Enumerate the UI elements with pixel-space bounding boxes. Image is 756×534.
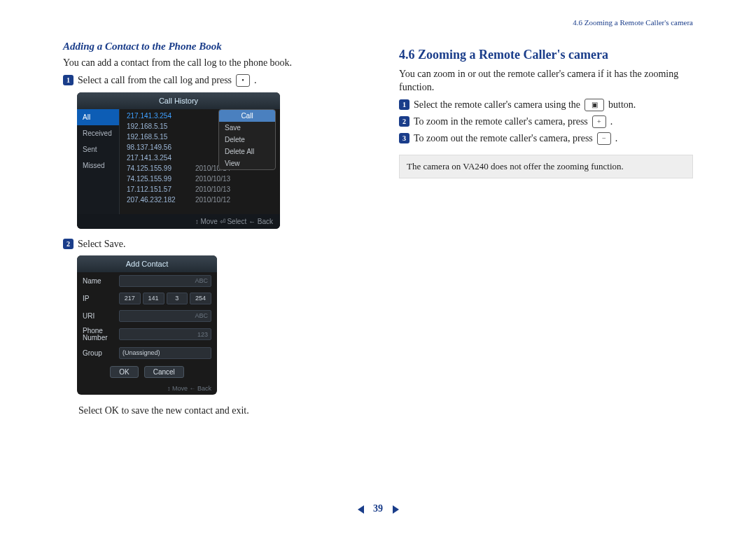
finish-text: Select OK to save the new contact and ex… <box>78 405 357 418</box>
prev-page-icon[interactable] <box>358 505 364 514</box>
step-badge-3: 3 <box>399 133 410 143</box>
tab-missed[interactable]: Missed <box>77 157 119 174</box>
right-step-1: 1 Select the remote caller's camera usin… <box>399 99 693 111</box>
pager: 39 <box>0 503 756 514</box>
uri-field[interactable]: ABC <box>119 310 211 322</box>
call-history-title: Call History <box>77 92 280 109</box>
step-badge-2: 2 <box>399 116 410 127</box>
context-menu: Call Save Delete Delete All View <box>218 109 276 170</box>
name-field[interactable]: ABC <box>119 275 211 287</box>
note-box: The camera on VA240 does not offer the z… <box>399 155 693 178</box>
cancel-button[interactable]: Cancel <box>144 366 184 378</box>
header-breadcrumb: 4.6 Zooming a Remote Caller's camera <box>399 18 693 27</box>
step-badge-2: 2 <box>63 239 74 249</box>
camera-icon: ▣ <box>584 99 604 111</box>
call-history-list: 217.141.3.254 192.168.5.15 192.168.5.15 … <box>120 109 280 214</box>
tab-all[interactable]: All <box>77 109 119 125</box>
list-item[interactable]: 74.125.155.992010/10/13 <box>120 174 280 184</box>
left-column: Adding a Contact to the Phone Book You c… <box>63 18 357 421</box>
plus-icon: + <box>592 115 606 128</box>
menu-delete-all[interactable]: Delete All <box>219 146 275 157</box>
left-heading: Adding a Contact to the Phone Book <box>63 41 357 52</box>
step-2-text: Select Save. <box>78 239 125 250</box>
ip-field[interactable]: 2171413254 <box>119 293 211 304</box>
add-contact-title: Add Contact <box>77 255 217 272</box>
press-icon: • <box>236 74 250 87</box>
step-1: 1 Select a call from the call log and pr… <box>63 74 357 87</box>
menu-view[interactable]: View <box>219 157 275 169</box>
add-contact-screenshot: Add Contact NameABC IP 2171413254 URIABC… <box>77 255 217 395</box>
step-2: 2 Select Save. <box>63 239 357 250</box>
step-badge-1: 1 <box>399 99 410 110</box>
call-history-tabs: All Received Sent Missed <box>77 109 120 214</box>
list-item[interactable]: 207.46.232.1822010/10/12 <box>120 195 280 205</box>
add-contact-footer: ↕ Move ← Back <box>77 382 217 395</box>
menu-delete[interactable]: Delete <box>219 134 275 146</box>
call-history-footer: ↕ Move ⏎ Select ← Back <box>77 214 280 229</box>
right-step-3: 3 To zoom out the remote caller's camera… <box>399 132 693 145</box>
step-badge-1: 1 <box>63 75 74 85</box>
call-history-screenshot: Call History All Received Sent Missed 21… <box>77 92 280 229</box>
page-number: 39 <box>373 503 383 514</box>
step-1-text: Select a call from the call log and pres… <box>78 75 232 86</box>
list-item[interactable]: 17.112.151.572010/10/13 <box>120 184 280 195</box>
right-column: 4.6 Zooming a Remote Caller's camera 4.6… <box>399 18 693 421</box>
right-step-2: 2 To zoom in the remote caller's camera,… <box>399 115 693 128</box>
ok-button[interactable]: OK <box>110 366 138 378</box>
left-intro: You can add a contact from the call log … <box>63 57 357 70</box>
right-heading: 4.6 Zooming a Remote Caller's camera <box>399 48 693 62</box>
minus-icon: − <box>597 132 611 145</box>
group-field[interactable]: (Unassigned) <box>119 347 211 359</box>
menu-save[interactable]: Save <box>219 122 275 134</box>
menu-header[interactable]: Call <box>219 110 275 122</box>
phone-field[interactable]: 123 <box>119 328 211 340</box>
right-intro: You can zoom in or out the remote caller… <box>399 68 693 94</box>
next-page-icon[interactable] <box>393 505 399 514</box>
tab-received[interactable]: Received <box>77 125 119 141</box>
tab-sent[interactable]: Sent <box>77 141 119 157</box>
